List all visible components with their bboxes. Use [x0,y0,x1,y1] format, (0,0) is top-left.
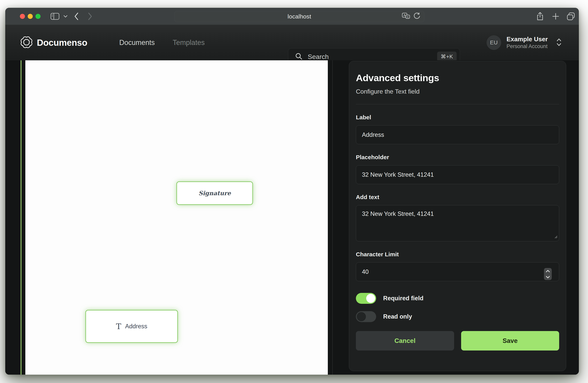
read-only-label: Read only [383,313,412,320]
number-stepper[interactable] [544,268,552,280]
text-field-address[interactable]: T Address [85,310,178,343]
signature-field[interactable]: Signature [176,181,253,205]
panel-title: Advanced settings [356,72,559,83]
cancel-button[interactable]: Cancel [356,331,454,350]
search-placeholder: Search [308,53,437,60]
app-header: Documenso Documents Templates Search ⌘+K… [5,25,579,60]
url-text: localhost [288,13,311,20]
placeholder-field-label: Placeholder [356,154,559,161]
zoom-window-button[interactable] [36,14,41,19]
page-accent-line [21,60,22,375]
add-text-field-label: Add text [356,194,559,200]
character-limit-field-label: Character Limit [356,251,559,258]
stepper-down-icon [546,276,550,279]
stepper-up-icon [546,270,550,272]
content-divider [332,60,333,375]
user-menu-caret-icon [556,38,562,47]
documenso-logo-icon [21,36,33,49]
svg-text:文: 文 [407,16,409,18]
required-field-label: Required field [383,295,423,302]
required-field-toggle-row: Required field [356,293,559,304]
text-field-icon: T [116,323,121,330]
read-only-toggle[interactable] [356,311,376,322]
address-bar[interactable]: localhost A 文 [174,11,424,22]
close-window-button[interactable] [20,14,25,19]
brand[interactable]: Documenso [21,25,87,60]
new-tab-icon[interactable] [550,8,561,25]
read-only-toggle-row: Read only [356,311,559,322]
forward-button[interactable] [85,8,95,25]
save-button[interactable]: Save [461,331,559,350]
chevron-down-icon[interactable] [62,8,69,25]
browser-titlebar: localhost A 文 [5,8,579,25]
document-page: Signature T Address [25,60,328,375]
sidebar-toggle-icon[interactable] [49,8,61,25]
label-input[interactable] [356,125,559,144]
required-field-toggle[interactable] [356,293,376,304]
add-text-textarea[interactable]: 32 New York Street, 41241 [356,205,559,241]
label-field-label: Label [356,114,559,121]
user-account: Personal Account [506,43,548,50]
placeholder-input[interactable] [356,165,559,184]
avatar: EU [487,36,501,50]
reload-icon[interactable] [413,12,420,21]
tab-overview-icon[interactable] [565,8,577,25]
signature-field-label: Signature [199,190,231,197]
brand-name: Documenso [37,37,87,48]
search-icon [295,52,303,61]
svg-text:A: A [404,14,406,17]
translate-icon[interactable]: A 文 [402,13,410,20]
nav-item-templates[interactable]: Templates [173,38,205,47]
panel-subtitle: Configure the Text field [356,88,559,95]
content-area: Signature T Address Advanced settings Co… [5,60,579,375]
panel-divider [356,104,559,104]
resize-grip-icon[interactable] [554,235,558,239]
minimize-window-button[interactable] [28,14,33,19]
character-limit-input[interactable] [356,262,559,281]
browser-window: localhost A 文 [5,8,579,375]
advanced-settings-panel: Advanced settings Configure the Text fie… [349,61,566,371]
back-button[interactable] [72,8,81,25]
text-field-label: Address [125,323,147,330]
main-nav: Documents Templates [119,25,205,60]
user-menu[interactable]: EU Example User Personal Account [487,25,562,60]
nav-item-documents[interactable]: Documents [119,38,155,47]
user-name: Example User [506,36,548,43]
share-icon[interactable] [535,8,546,25]
